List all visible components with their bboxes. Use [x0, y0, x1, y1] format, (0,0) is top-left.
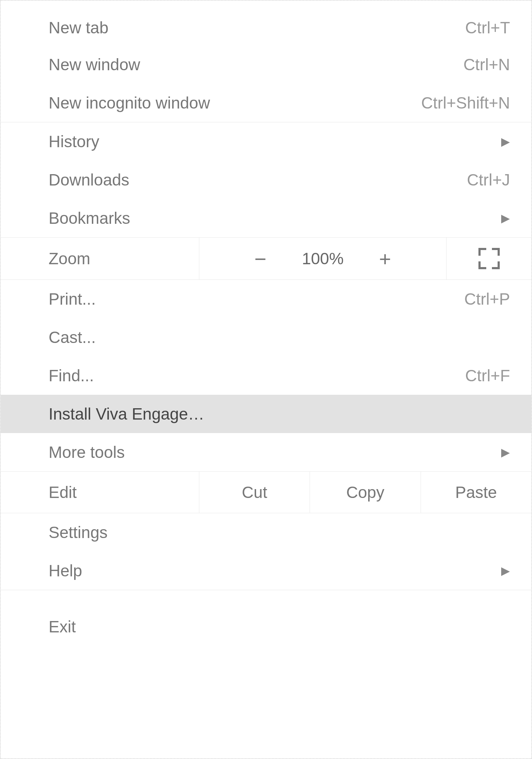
find-label: Find... [49, 366, 94, 385]
zoom-label: Zoom [1, 238, 199, 279]
help-label: Help [49, 561, 82, 580]
menu-item-new-window[interactable]: New window Ctrl+N [1, 45, 531, 84]
find-shortcut: Ctrl+F [465, 366, 510, 385]
more-tools-label: More tools [49, 443, 125, 462]
menu-section-1: New tab Ctrl+T New window Ctrl+N New inc… [1, 1, 531, 122]
menu-item-help[interactable]: Help ▶ [1, 552, 531, 590]
new-tab-label: New tab [49, 18, 109, 37]
history-label: History [49, 132, 99, 151]
zoom-value: 100% [302, 249, 344, 268]
print-label: Print... [49, 289, 96, 309]
bookmarks-label: Bookmarks [49, 209, 130, 228]
menu-section-4: Print... Ctrl+P Cast... Find... Ctrl+F I… [1, 280, 531, 472]
new-window-label: New window [49, 55, 140, 74]
paste-button[interactable]: Paste [421, 472, 531, 513]
chevron-right-icon: ▶ [501, 211, 510, 225]
settings-label: Settings [49, 523, 107, 542]
menu-item-new-tab[interactable]: New tab Ctrl+T [1, 1, 531, 45]
print-shortcut: Ctrl+P [464, 289, 510, 309]
zoom-row: Zoom − 100% + [1, 238, 531, 279]
menu-item-bookmarks[interactable]: Bookmarks ▶ [1, 199, 531, 237]
menu-item-new-incognito[interactable]: New incognito window Ctrl+Shift+N [1, 84, 531, 122]
copy-button[interactable]: Copy [310, 472, 421, 513]
cut-button[interactable]: Cut [199, 472, 310, 513]
fullscreen-button[interactable] [446, 238, 531, 279]
menu-item-history[interactable]: History ▶ [1, 122, 531, 161]
menu-item-install-viva-engage[interactable]: Install Viva Engage… [1, 395, 531, 433]
downloads-shortcut: Ctrl+J [467, 170, 510, 189]
zoom-controls: − 100% + [199, 238, 446, 279]
chevron-right-icon: ▶ [501, 135, 510, 148]
menu-section-6: Settings Help ▶ [1, 513, 531, 590]
zoom-out-button[interactable]: − [247, 247, 273, 271]
new-window-shortcut: Ctrl+N [463, 55, 510, 74]
browser-menu: New tab Ctrl+T New window Ctrl+N New inc… [0, 0, 532, 759]
new-incognito-label: New incognito window [49, 93, 210, 112]
menu-item-cast[interactable]: Cast... [1, 318, 531, 356]
menu-section-7: Exit [1, 590, 531, 650]
menu-section-3: Zoom − 100% + [1, 238, 531, 280]
menu-item-more-tools[interactable]: More tools ▶ [1, 433, 531, 471]
fullscreen-icon [478, 248, 500, 269]
menu-item-exit[interactable]: Exit [1, 590, 531, 650]
menu-item-find[interactable]: Find... Ctrl+F [1, 356, 531, 395]
menu-item-downloads[interactable]: Downloads Ctrl+J [1, 161, 531, 199]
chevron-right-icon: ▶ [501, 445, 510, 459]
menu-section-2: History ▶ Downloads Ctrl+J Bookmarks ▶ [1, 122, 531, 238]
exit-label: Exit [49, 617, 76, 636]
new-incognito-shortcut: Ctrl+Shift+N [421, 93, 510, 112]
menu-section-5: Edit Cut Copy Paste [1, 472, 531, 513]
chevron-right-icon: ▶ [501, 564, 510, 577]
downloads-label: Downloads [49, 170, 129, 189]
edit-label: Edit [1, 472, 199, 513]
new-tab-shortcut: Ctrl+T [465, 18, 510, 37]
menu-item-print[interactable]: Print... Ctrl+P [1, 280, 531, 318]
menu-item-settings[interactable]: Settings [1, 513, 531, 552]
zoom-in-button[interactable]: + [372, 247, 398, 271]
cast-label: Cast... [49, 328, 96, 347]
install-viva-label: Install Viva Engage… [49, 404, 204, 423]
edit-row: Edit Cut Copy Paste [1, 472, 531, 513]
